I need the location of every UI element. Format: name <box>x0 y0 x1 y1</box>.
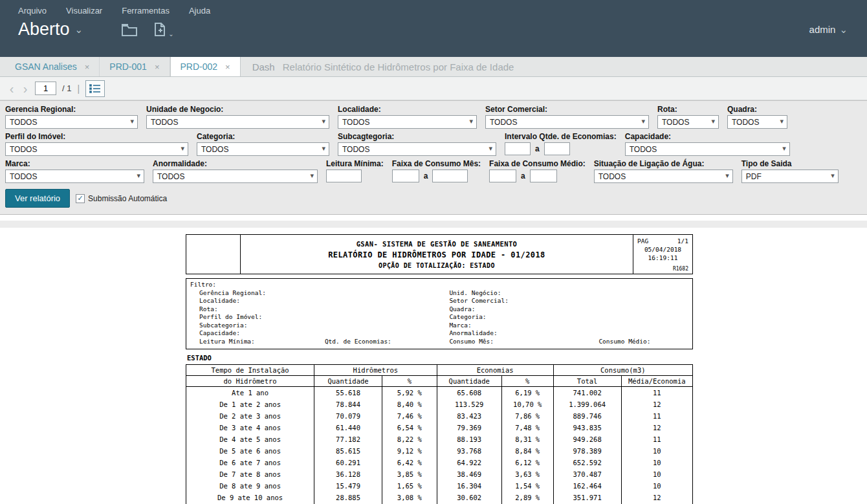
filter-field-quadra: Quadra:TODOS <box>727 105 787 129</box>
menu-item-ferramentas[interactable]: Ferramentas <box>122 6 170 16</box>
range-separator-label: a <box>424 171 428 181</box>
filter-select-tipo-saida[interactable]: PDF <box>741 170 839 183</box>
tab-prd-002[interactable]: PRD-002× <box>170 57 241 76</box>
page-input[interactable] <box>35 82 56 95</box>
table-cell: 11 <box>621 387 692 399</box>
filter-select-capacidade[interactable]: TODOS <box>625 142 790 156</box>
filter-select-unidade-negocio[interactable]: TODOS <box>146 115 329 129</box>
toolbar-separator: | <box>77 83 80 94</box>
table-cell: 370.487 <box>553 468 621 480</box>
filter-field-unidade-negocio: Unidade de Negocio:TODOS <box>146 105 329 129</box>
table-row: De 3 ate 4 anos61.4406,54 %79.3697,48 %9… <box>186 422 693 433</box>
filter-label-tipo-saida: Tipo de Saida <box>741 159 839 168</box>
filter-select-gerencia-regional[interactable]: TODOS <box>5 115 138 129</box>
tab-prd-001[interactable]: PRD-001× <box>100 57 170 76</box>
menu-item-arquivo[interactable]: Arquivo <box>18 6 47 16</box>
filter-input-faixa-consumo-mes-from[interactable] <box>392 170 419 182</box>
range-separator-label: a <box>535 144 540 153</box>
filtro-field-label: Consumo Mês: <box>449 338 598 346</box>
menu-item-ajuda[interactable]: Ajuda <box>189 6 210 16</box>
menu-item-visualizar[interactable]: Visualizar <box>66 6 102 16</box>
filter-select-localidade[interactable]: TODOS <box>338 115 477 129</box>
filter-input-faixa-consumo-mes-to[interactable] <box>432 170 468 182</box>
filtro-field-label <box>598 329 688 338</box>
filter-select-categoria[interactable]: TODOS <box>197 142 329 156</box>
report-code: R1682 <box>637 266 688 272</box>
filter-row: Perfil do Imóvel:TODOSCategoria:TODOSSub… <box>5 132 862 156</box>
range-separator-label: a <box>521 171 525 181</box>
filtro-field-label: Capacidade: <box>190 329 325 338</box>
report-header: GSAN- SISTEMA DE GESTÃO DE SANEAMENTO RE… <box>186 234 693 274</box>
page-prev-button[interactable]: ‹ <box>8 82 16 95</box>
tab-gsan-analises[interactable]: GSAN Analises× <box>5 57 100 76</box>
filter-label-situacao-ligacao-agua: Situação de Ligação de Água: <box>594 159 733 168</box>
filter-select-setor-comercial[interactable]: TODOS <box>485 115 649 129</box>
filter-field-situacao-ligacao-agua: Situação de Ligação de Água:TODOS <box>594 159 733 183</box>
toc-button[interactable] <box>85 80 105 97</box>
filter-select-quadra[interactable]: TODOS <box>727 115 787 129</box>
open-menu-label: Aberto <box>18 19 70 39</box>
table-cell: 78.844 <box>314 399 382 410</box>
table-cell: De 8 ate 9 anos <box>186 480 314 492</box>
table-group-header: Consumo(m3) <box>553 365 692 376</box>
auto-submit-checkbox[interactable]: ✓ <box>76 194 85 203</box>
filter-input-intervalo-economias-to[interactable] <box>544 142 570 155</box>
filter-label-categoria: Categoria: <box>197 132 329 141</box>
table-cell: 9,12 % <box>382 445 437 457</box>
table-cell: 949.268 <box>553 433 621 445</box>
tab-close-icon[interactable]: × <box>155 62 160 72</box>
filter-label-rota: Rota: <box>657 105 719 114</box>
filtro-field-label: Consumo Médio: <box>598 338 688 346</box>
filter-select-anormalidade[interactable]: TODOS <box>153 170 318 183</box>
table-cell: 162.464 <box>553 480 621 492</box>
user-menu[interactable]: admin ⌄ <box>809 24 848 36</box>
filter-input-faixa-consumo-medio-from[interactable] <box>489 170 516 182</box>
table-cell: 6,19 % <box>501 387 553 399</box>
table-row: Ate 1 ano55.6185,92 %65.6086,19 %741.002… <box>186 387 693 399</box>
table-column-header: % <box>382 376 437 387</box>
filtro-field-label: Quadra: <box>449 305 598 314</box>
report-page-indicator: PAG 1/1 <box>637 237 688 245</box>
filter-label-quadra: Quadra: <box>727 105 787 114</box>
filter-select-perfil-imovel[interactable]: TODOS <box>5 142 188 156</box>
filter-input-leitura-minima[interactable] <box>326 170 362 182</box>
report-page: GSAN- SISTEMA DE GESTÃO DE SANEAMENTO RE… <box>186 234 693 504</box>
tab-close-icon[interactable]: × <box>85 62 90 72</box>
filter-input-intervalo-economias-from[interactable] <box>505 142 531 155</box>
tab-close-icon[interactable]: × <box>225 62 230 72</box>
filter-select-rota[interactable]: TODOS <box>657 115 719 129</box>
filter-row: Marca:TODOSAnormalidade:TODOSLeitura Mín… <box>5 159 862 183</box>
filtro-field-label <box>325 329 450 338</box>
table-cell: 30.602 <box>437 492 501 503</box>
filter-select-marca[interactable]: TODOS <box>5 170 144 183</box>
auto-submit-control[interactable]: ✓ Submissão Automática <box>76 194 167 203</box>
page-next-button[interactable]: › <box>21 82 29 95</box>
select-wrap-setor-comercial: TODOS <box>485 115 649 129</box>
filter-field-faixa-consumo-mes: Faixa de Consumo Mês:a <box>392 159 481 182</box>
pag-label: PAG <box>637 237 648 245</box>
table-column-header: Quantidade <box>314 376 382 387</box>
report-subtitle: OPÇÃO DE TOTALIZAÇÃO: ESTADO <box>379 262 495 269</box>
report-meta-cell: PAG 1/1 05/04/2018 16:19:11 R1682 <box>633 235 692 274</box>
open-menu-button[interactable]: Aberto ⌄ <box>18 19 83 39</box>
table-cell: 978.389 <box>553 445 621 457</box>
chevron-down-icon: ⌄ <box>839 24 848 36</box>
dash-label[interactable]: Dash <box>252 61 275 72</box>
filtro-field-label <box>598 313 688 322</box>
filtro-field-label: Setor Comercial: <box>449 297 598 305</box>
filters-panel: Gerencia Regional:TODOSUnidade de Negoci… <box>0 100 867 215</box>
pag-value: 1/1 <box>677 237 688 245</box>
ver-relatorio-button[interactable]: Ver relatório <box>5 189 70 208</box>
filter-select-situacao-ligacao-agua[interactable]: TODOS <box>594 170 733 183</box>
filter-label-perfil-imovel: Perfil do Imóvel: <box>5 132 188 141</box>
new-report-icon[interactable]: ⌄ <box>153 21 173 38</box>
pager-toolbar: ‹ › / 1 | <box>0 77 867 100</box>
table-row: De 8 ate 9 anos15.4791,65 %16.3041,54 %1… <box>186 480 693 492</box>
report-table-body: Ate 1 ano55.6185,92 %65.6086,19 %741.002… <box>186 387 693 504</box>
filter-label-leitura-minima: Leitura Mínima: <box>326 159 384 168</box>
filter-select-subcagtegoria[interactable]: TODOS <box>338 142 496 156</box>
table-cell: 3,85 % <box>382 468 437 480</box>
open-folder-icon[interactable] <box>120 22 138 38</box>
filter-input-faixa-consumo-medio-to[interactable] <box>530 170 557 182</box>
filter-actions: Ver relatório ✓ Submissão Automática <box>5 189 862 208</box>
